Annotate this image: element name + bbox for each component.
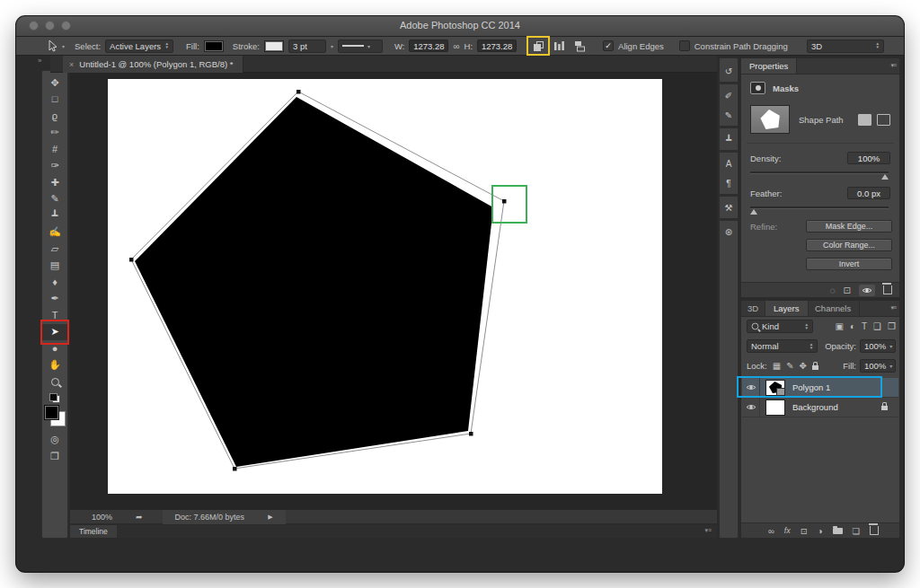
history-panel-button[interactable]: ↺ [720,61,738,81]
link-layers-icon[interactable]: ∞ [768,526,774,536]
pen-tool[interactable]: ✒ [42,291,67,308]
load-selection-icon[interactable]: ◌ [830,285,836,295]
status-flyout-icon[interactable]: ▶ [268,513,272,521]
quick-selection-tool[interactable]: ✏ [42,125,67,142]
tab-channels[interactable]: Channels [807,301,860,316]
color-range-button[interactable]: Color Range... [806,239,892,251]
lock-transparency-icon[interactable]: ▦ [773,361,781,371]
workspace-switcher-dropdown[interactable]: 3D ▲▼ [807,39,884,53]
eraser-tool[interactable]: ▱ [42,241,67,258]
layer-visibility-toggle[interactable] [742,398,760,417]
delete-layer-icon[interactable] [870,526,879,535]
filter-smart-objects-icon[interactable]: ❐ [888,321,896,331]
path-arrangement-button[interactable] [571,39,588,53]
filter-type-layers-icon[interactable]: T [862,321,867,331]
timeline-menu-icon[interactable]: ▾≡ [704,527,712,534]
zoom-level-field[interactable]: 100% [92,513,112,522]
layer-row-background[interactable]: Background [742,398,898,417]
apply-mask-icon[interactable]: ⊡ [844,285,851,295]
filter-pixel-layers-icon[interactable]: ▣ [835,321,843,331]
density-value-field[interactable]: 100% [847,152,890,164]
screen-mode-button[interactable]: ❐ [42,448,67,465]
delete-mask-icon[interactable] [883,285,892,294]
stroke-swatch[interactable] [264,40,284,52]
constrain-path-dragging-checkbox[interactable] [679,40,690,51]
layer-visibility-toggle[interactable] [742,378,760,397]
path-anchor-point[interactable] [233,467,237,471]
opacity-dropdown[interactable]: 100% ▾ [860,339,896,353]
stroke-width-dropdown[interactable]: 3 pt [288,39,326,53]
character-panel-button[interactable]: A [720,154,738,173]
add-layer-mask-icon[interactable]: ⊡ [801,526,808,536]
toolbar-collapse-button[interactable]: » [38,57,42,65]
stroke-width-caret-icon[interactable]: ▾ [331,43,333,49]
fill-opacity-dropdown[interactable]: 100% ▾ [860,359,896,373]
lock-all-icon[interactable] [812,365,818,370]
mask-edge-button[interactable]: Mask Edge... [806,220,892,233]
link-dimensions-icon[interactable]: ∞ [453,41,459,51]
hand-tool[interactable]: ✋ [42,357,67,374]
path-operations-button[interactable] [530,39,546,53]
path-alignment-button[interactable] [551,39,567,53]
shape-path-thumbnail[interactable] [750,105,790,134]
crop-tool[interactable]: # [42,141,67,158]
foreground-background-swatches[interactable] [44,405,66,426]
layer-style-icon[interactable]: fx [784,526,791,535]
new-group-icon[interactable] [833,528,843,534]
filter-shape-layers-icon[interactable]: ❑ [873,321,881,331]
path-anchor-point[interactable] [502,199,507,204]
pentagon-shape-layer[interactable] [108,79,662,494]
layer-thumbnail[interactable] [765,380,785,396]
align-edges-checkbox[interactable]: ✓ [603,40,614,51]
tool-preset-caret-icon[interactable]: ▾ [62,43,65,49]
stroke-type-dropdown[interactable]: ▾ [338,39,383,53]
brush-presets-panel-button[interactable]: ✐ [720,85,738,105]
feather-slider[interactable] [750,206,889,209]
lock-pixels-icon[interactable]: ✎ [786,361,793,371]
lock-position-icon[interactable]: ✥ [800,361,807,371]
shape-height-input[interactable]: 1273.28 [477,39,517,52]
blur-tool[interactable]: ♦ [42,274,67,291]
feather-slider-handle[interactable] [750,209,757,215]
mask-visibility-toggle[interactable] [859,285,875,296]
gradient-tool[interactable]: ▤ [42,258,67,275]
close-document-icon[interactable]: × [69,60,74,69]
path-anchor-point[interactable] [469,432,473,436]
new-layer-icon[interactable]: ❏ [853,526,861,536]
document-info[interactable]: Doc: 7.66M/0 bytes ▶ [163,510,286,524]
quick-mask-button[interactable]: ◎ [42,432,67,449]
tab-properties[interactable]: Properties [741,58,797,74]
paragraph-panel-button[interactable]: ¶ [720,173,738,193]
new-adjustment-layer-icon[interactable]: ◑ [818,526,823,536]
invert-button[interactable]: Invert [806,258,892,270]
brush-tool[interactable]: ✎ [42,191,67,208]
spot-healing-brush-tool[interactable]: ✚ [42,174,67,191]
path-anchor-point[interactable] [296,90,301,94]
select-mode-dropdown[interactable]: Active Layers ▲▼ [105,39,173,53]
layer-name[interactable]: Polygon 1 [792,382,830,392]
add-pixel-mask-icon[interactable] [858,114,871,126]
eyedropper-tool[interactable]: ✑ [42,158,67,175]
move-tool[interactable]: ✥ [42,75,67,92]
density-slider-handle[interactable] [881,174,889,180]
tool-presets-panel-button[interactable]: ⚒ [720,197,738,217]
path-anchor-point[interactable] [129,258,134,262]
creative-cloud-button[interactable]: ⊛ [720,222,738,241]
layer-name[interactable]: Background [792,402,838,412]
filter-adjustment-layers-icon[interactable]: ◐ [850,321,855,331]
filter-kind-dropdown[interactable]: Kind ▲▼ [747,320,813,333]
clone-stamp-tool[interactable]: ┻ [42,207,67,224]
path-selection-tool[interactable]: ➤ [42,324,67,341]
layer-row-polygon-1[interactable]: Polygon 1 [742,378,898,398]
add-vector-mask-icon[interactable] [877,114,890,126]
tab-layers[interactable]: Layers [765,301,809,316]
foreground-color-swatch[interactable] [44,405,59,420]
default-colors-button[interactable] [49,393,60,403]
fill-swatch[interactable] [204,40,224,52]
zoom-tool[interactable] [42,373,67,391]
document-canvas[interactable] [108,79,662,494]
layers-panel-menu-icon[interactable]: ▾≡ [890,304,896,312]
density-slider[interactable] [750,171,889,174]
brush-settings-panel-button[interactable]: ✎ [720,105,738,125]
rectangular-marquee-tool[interactable]: □ [42,92,67,109]
